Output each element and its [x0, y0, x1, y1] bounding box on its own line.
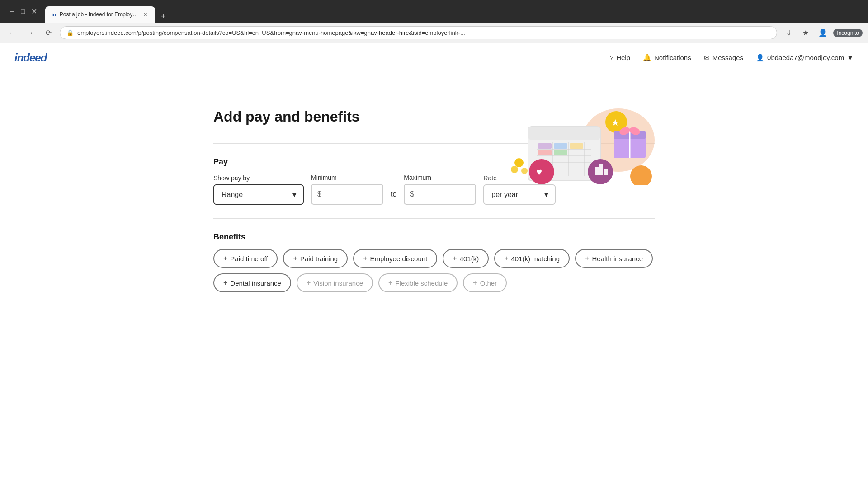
benefit-chip-paid-training[interactable]: + Paid training [283, 249, 348, 268]
user-menu[interactable]: 👤 0bdaeda7@moodjoy.com ▼ [756, 54, 854, 62]
tab-close-button[interactable]: ✕ [142, 11, 149, 18]
help-icon: ? [610, 54, 613, 61]
plus-icon: + [504, 254, 508, 263]
maximum-group: Maximum $ [404, 174, 476, 205]
minimum-input-wrapper: $ [311, 184, 383, 205]
benefit-chip-401k-matching[interactable]: + 401(k) matching [494, 249, 570, 268]
show-pay-by-label: Show pay by [213, 174, 304, 182]
maximum-input[interactable] [404, 184, 476, 205]
notifications-label: Notifications [654, 54, 691, 61]
maximum-input-wrapper: $ [404, 184, 476, 205]
benefit-label: 401(k) [460, 255, 479, 263]
dollar-sign-min: $ [317, 190, 321, 198]
plus-icon: + [363, 254, 367, 263]
benefit-label: 401(k) matching [511, 255, 560, 263]
benefit-chip-401k[interactable]: + 401(k) [443, 249, 489, 268]
svg-rect-17 [595, 167, 599, 175]
plus-icon: + [473, 279, 477, 287]
tab-title: Post a job - Indeed for Employ… [60, 11, 138, 18]
svg-rect-9 [538, 143, 552, 149]
notifications-link[interactable]: 🔔 Notifications [643, 54, 691, 62]
page-content: indeed ? Help 🔔 Notifications ✉ Messages… [0, 43, 868, 488]
new-tab-button[interactable]: + [157, 10, 170, 23]
svg-rect-18 [599, 164, 603, 175]
section-divider-mid [213, 218, 655, 219]
benefit-chip-other[interactable]: + Other [463, 273, 507, 292]
bell-icon: 🔔 [643, 54, 651, 62]
forward-button[interactable]: → [24, 26, 37, 40]
svg-text:★: ★ [611, 117, 619, 127]
svg-rect-10 [554, 143, 567, 149]
close-icon[interactable]: ✕ [31, 7, 37, 16]
benefit-label: Vision insurance [313, 279, 363, 287]
mail-icon: ✉ [704, 54, 710, 62]
help-label: Help [616, 54, 630, 61]
minimize-icon[interactable]: − [10, 7, 15, 16]
maximum-label: Maximum [404, 174, 476, 181]
plus-icon: + [223, 279, 227, 287]
minimum-group: Minimum $ [311, 174, 383, 205]
svg-rect-13 [554, 150, 567, 155]
benefits-section-label: Benefits [213, 232, 655, 242]
benefits-section: Benefits + Paid time off + Paid training… [213, 232, 655, 292]
minimum-input[interactable] [311, 184, 383, 205]
plus-icon: + [388, 279, 392, 287]
restore-icon[interactable]: □ [21, 8, 25, 15]
benefit-chip-flexible-schedule[interactable]: + Flexible schedule [378, 273, 458, 292]
bookmark-icon[interactable]: ★ [799, 26, 812, 40]
address-bar-row: ← → ⟳ 🔒 employers.indeed.com/p/posting/c… [0, 23, 868, 43]
benefit-label: Employee discount [370, 255, 428, 263]
tab-bar: in Post a job - Indeed for Employ… ✕ + [45, 0, 170, 23]
active-tab[interactable]: in Post a job - Indeed for Employ… ✕ [45, 6, 155, 23]
rate-select[interactable]: per year per hour per month per week [483, 184, 556, 205]
indeed-logo[interactable]: indeed [14, 52, 47, 64]
plus-icon: + [293, 254, 297, 263]
benefits-grid: + Paid time off + Paid training + Employ… [213, 249, 655, 292]
svg-point-27 [514, 158, 524, 167]
profile-icon[interactable]: 👤 [816, 26, 830, 40]
header-nav: ? Help 🔔 Notifications ✉ Messages 👤 0bda… [610, 54, 854, 62]
svg-point-28 [511, 166, 518, 173]
incognito-badge: Incognito [833, 29, 863, 37]
svg-rect-11 [570, 143, 583, 149]
back-button[interactable]: ← [5, 26, 19, 40]
user-email: 0bdaeda7@moodjoy.com [767, 54, 844, 61]
show-pay-by-group: Show pay by Range Exact amount Starting … [213, 174, 304, 205]
benefit-label: Paid training [300, 255, 338, 263]
chevron-down-icon: ▼ [847, 54, 854, 61]
svg-point-29 [521, 168, 528, 174]
download-icon[interactable]: ⇓ [782, 26, 795, 40]
minimum-label: Minimum [311, 174, 383, 181]
benefit-label: Dental insurance [230, 279, 281, 287]
dollar-sign-max: $ [410, 190, 414, 198]
plus-icon: + [585, 254, 589, 263]
svg-rect-2 [528, 127, 600, 140]
indeed-header: indeed ? Help 🔔 Notifications ✉ Messages… [0, 43, 868, 72]
logo-text: indeed [14, 52, 47, 64]
url-text: employers.indeed.com/p/posting/compensat… [77, 29, 770, 36]
benefit-label: Flexible schedule [395, 279, 448, 287]
tab-favicon: in [52, 12, 56, 17]
help-link[interactable]: ? Help [610, 54, 630, 61]
plus-icon: + [453, 254, 457, 263]
address-bar[interactable]: 🔒 employers.indeed.com/p/posting/compens… [60, 26, 777, 39]
show-pay-by-wrapper: Range Exact amount Starting amount Maxim… [213, 184, 304, 205]
refresh-button[interactable]: ⟳ [42, 26, 55, 40]
benefit-chip-vision-insurance[interactable]: + Vision insurance [297, 273, 373, 292]
svg-rect-19 [604, 169, 608, 175]
form-card: ♥ ★ [177, 90, 691, 310]
benefit-chip-paid-time-off[interactable]: + Paid time off [213, 249, 278, 268]
to-label: to [391, 190, 396, 205]
benefit-chip-dental-insurance[interactable]: + Dental insurance [213, 273, 291, 292]
benefit-chip-employee-discount[interactable]: + Employee discount [353, 249, 437, 268]
benefit-chip-health-insurance[interactable]: + Health insurance [575, 249, 653, 268]
browser-chrome: − □ ✕ in Post a job - Indeed for Employ…… [0, 0, 868, 23]
toolbar-icons: ⇓ ★ 👤 Incognito [782, 26, 863, 40]
main-container: ♥ ★ [163, 72, 705, 328]
plus-icon: + [223, 254, 227, 263]
svg-rect-12 [538, 150, 552, 155]
benefit-label: Health insurance [592, 255, 643, 263]
show-pay-by-select[interactable]: Range Exact amount Starting amount Maxim… [213, 184, 304, 205]
messages-link[interactable]: ✉ Messages [704, 54, 743, 62]
messages-label: Messages [712, 54, 743, 61]
